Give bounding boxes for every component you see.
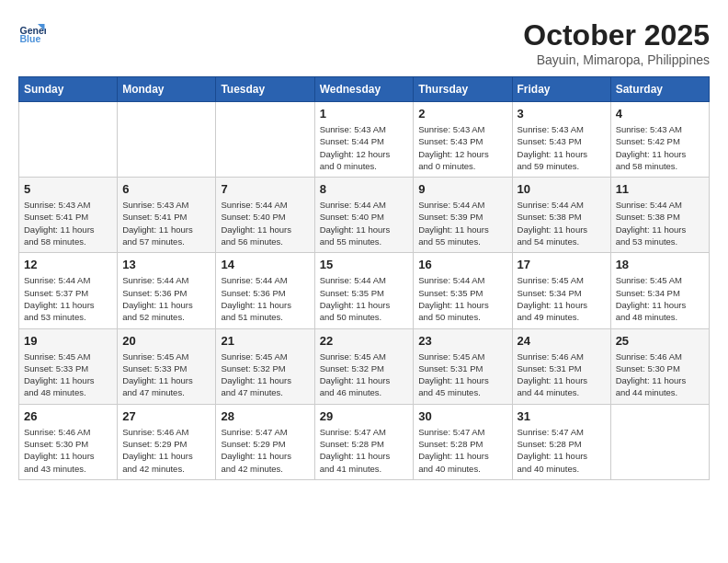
- day-number: 2: [418, 107, 506, 121]
- day-info: Sunrise: 5:45 AM Sunset: 5:34 PM Dayligh…: [518, 274, 606, 323]
- logo: General Blue: [18, 18, 46, 46]
- calendar-cell: 4Sunrise: 5:43 AM Sunset: 5:42 PM Daylig…: [610, 102, 709, 178]
- calendar-table: SundayMondayTuesdayWednesdayThursdayFrid…: [18, 76, 710, 480]
- calendar-cell: 15Sunrise: 5:44 AM Sunset: 5:35 PM Dayli…: [314, 253, 414, 328]
- calendar-cell: 28Sunrise: 5:47 AM Sunset: 5:29 PM Dayli…: [216, 404, 314, 479]
- calendar-cell: 26Sunrise: 5:46 AM Sunset: 5:30 PM Dayli…: [19, 404, 118, 479]
- calendar-cell: 24Sunrise: 5:46 AM Sunset: 5:31 PM Dayli…: [512, 328, 610, 404]
- day-number: 1: [320, 107, 409, 121]
- day-info: Sunrise: 5:43 AM Sunset: 5:43 PM Dayligh…: [418, 123, 506, 172]
- day-number: 24: [518, 334, 606, 348]
- calendar-week-row: 19Sunrise: 5:45 AM Sunset: 5:33 PM Dayli…: [19, 328, 710, 404]
- day-number: 16: [418, 258, 506, 271]
- calendar-cell: 27Sunrise: 5:46 AM Sunset: 5:29 PM Dayli…: [118, 404, 216, 479]
- day-info: Sunrise: 5:47 AM Sunset: 5:28 PM Dayligh…: [320, 426, 409, 475]
- day-info: Sunrise: 5:43 AM Sunset: 5:44 PM Dayligh…: [320, 123, 409, 172]
- day-number: 5: [24, 182, 112, 196]
- calendar-cell: 25Sunrise: 5:46 AM Sunset: 5:30 PM Dayli…: [610, 328, 709, 404]
- day-info: Sunrise: 5:44 AM Sunset: 5:36 PM Dayligh…: [122, 274, 210, 323]
- calendar-cell: 13Sunrise: 5:44 AM Sunset: 5:36 PM Dayli…: [118, 253, 216, 328]
- calendar-cell: 16Sunrise: 5:44 AM Sunset: 5:35 PM Dayli…: [414, 253, 512, 328]
- day-info: Sunrise: 5:46 AM Sunset: 5:29 PM Dayligh…: [122, 426, 210, 475]
- calendar-week-row: 5Sunrise: 5:43 AM Sunset: 5:41 PM Daylig…: [19, 178, 710, 253]
- day-info: Sunrise: 5:44 AM Sunset: 5:40 PM Dayligh…: [221, 199, 309, 247]
- day-number: 27: [122, 409, 210, 423]
- logo-icon: General Blue: [18, 18, 46, 46]
- calendar-cell: 11Sunrise: 5:44 AM Sunset: 5:38 PM Dayli…: [610, 178, 709, 253]
- calendar-cell: [610, 404, 709, 479]
- day-number: 29: [320, 409, 409, 423]
- day-number: 14: [221, 258, 309, 271]
- day-number: 15: [320, 258, 409, 271]
- day-info: Sunrise: 5:45 AM Sunset: 5:33 PM Dayligh…: [122, 350, 210, 399]
- day-info: Sunrise: 5:45 AM Sunset: 5:33 PM Dayligh…: [24, 350, 112, 399]
- calendar-cell: 18Sunrise: 5:45 AM Sunset: 5:34 PM Dayli…: [610, 253, 709, 328]
- weekday-header-tuesday: Tuesday: [216, 77, 314, 102]
- calendar-cell: [118, 102, 216, 178]
- day-number: 3: [518, 107, 606, 121]
- day-number: 11: [616, 182, 704, 196]
- weekday-header-monday: Monday: [118, 77, 216, 102]
- calendar-cell: 3Sunrise: 5:43 AM Sunset: 5:43 PM Daylig…: [512, 102, 610, 178]
- calendar-cell: 7Sunrise: 5:44 AM Sunset: 5:40 PM Daylig…: [216, 178, 314, 253]
- day-info: Sunrise: 5:46 AM Sunset: 5:30 PM Dayligh…: [24, 426, 112, 475]
- calendar-cell: 17Sunrise: 5:45 AM Sunset: 5:34 PM Dayli…: [512, 253, 610, 328]
- day-info: Sunrise: 5:46 AM Sunset: 5:31 PM Dayligh…: [518, 350, 606, 399]
- calendar-cell: 5Sunrise: 5:43 AM Sunset: 5:41 PM Daylig…: [19, 178, 118, 253]
- weekday-header-saturday: Saturday: [610, 77, 709, 102]
- day-info: Sunrise: 5:44 AM Sunset: 5:38 PM Dayligh…: [616, 199, 704, 247]
- calendar-week-row: 26Sunrise: 5:46 AM Sunset: 5:30 PM Dayli…: [19, 404, 710, 479]
- calendar-week-row: 1Sunrise: 5:43 AM Sunset: 5:44 PM Daylig…: [19, 102, 710, 178]
- calendar-cell: 22Sunrise: 5:45 AM Sunset: 5:32 PM Dayli…: [314, 328, 414, 404]
- day-info: Sunrise: 5:44 AM Sunset: 5:39 PM Dayligh…: [418, 199, 506, 247]
- calendar-cell: 21Sunrise: 5:45 AM Sunset: 5:32 PM Dayli…: [216, 328, 314, 404]
- day-info: Sunrise: 5:47 AM Sunset: 5:28 PM Dayligh…: [518, 426, 606, 475]
- calendar-cell: [216, 102, 314, 178]
- day-number: 7: [221, 182, 309, 196]
- day-info: Sunrise: 5:44 AM Sunset: 5:35 PM Dayligh…: [320, 274, 409, 323]
- weekday-header-wednesday: Wednesday: [314, 77, 414, 102]
- day-info: Sunrise: 5:45 AM Sunset: 5:32 PM Dayligh…: [221, 350, 309, 399]
- day-info: Sunrise: 5:44 AM Sunset: 5:38 PM Dayligh…: [518, 199, 606, 247]
- calendar-cell: 8Sunrise: 5:44 AM Sunset: 5:40 PM Daylig…: [314, 178, 414, 253]
- day-info: Sunrise: 5:43 AM Sunset: 5:43 PM Dayligh…: [518, 123, 606, 172]
- day-number: 31: [518, 409, 606, 423]
- day-number: 23: [418, 334, 506, 348]
- calendar-cell: 10Sunrise: 5:44 AM Sunset: 5:38 PM Dayli…: [512, 178, 610, 253]
- svg-text:Blue: Blue: [20, 33, 41, 44]
- calendar-cell: 12Sunrise: 5:44 AM Sunset: 5:37 PM Dayli…: [19, 253, 118, 328]
- location-title: Bayuin, Mimaropa, Philippines: [523, 52, 710, 67]
- calendar-cell: 2Sunrise: 5:43 AM Sunset: 5:43 PM Daylig…: [414, 102, 512, 178]
- day-number: 9: [418, 182, 506, 196]
- day-info: Sunrise: 5:43 AM Sunset: 5:41 PM Dayligh…: [24, 199, 112, 247]
- day-info: Sunrise: 5:45 AM Sunset: 5:34 PM Dayligh…: [616, 274, 704, 323]
- day-number: 30: [418, 409, 506, 423]
- day-info: Sunrise: 5:45 AM Sunset: 5:32 PM Dayligh…: [320, 350, 409, 399]
- day-number: 13: [122, 258, 210, 271]
- day-info: Sunrise: 5:43 AM Sunset: 5:41 PM Dayligh…: [122, 199, 210, 247]
- day-info: Sunrise: 5:45 AM Sunset: 5:31 PM Dayligh…: [418, 350, 506, 399]
- weekday-header-sunday: Sunday: [19, 77, 118, 102]
- calendar-cell: [19, 102, 118, 178]
- day-info: Sunrise: 5:47 AM Sunset: 5:29 PM Dayligh…: [221, 426, 309, 475]
- calendar-cell: 30Sunrise: 5:47 AM Sunset: 5:28 PM Dayli…: [414, 404, 512, 479]
- day-number: 19: [24, 334, 112, 348]
- calendar-cell: 19Sunrise: 5:45 AM Sunset: 5:33 PM Dayli…: [19, 328, 118, 404]
- calendar-header-row: SundayMondayTuesdayWednesdayThursdayFrid…: [19, 77, 710, 102]
- day-number: 12: [24, 258, 112, 271]
- calendar-cell: 29Sunrise: 5:47 AM Sunset: 5:28 PM Dayli…: [314, 404, 414, 479]
- calendar-week-row: 12Sunrise: 5:44 AM Sunset: 5:37 PM Dayli…: [19, 253, 710, 328]
- day-info: Sunrise: 5:46 AM Sunset: 5:30 PM Dayligh…: [616, 350, 704, 399]
- calendar-cell: 14Sunrise: 5:44 AM Sunset: 5:36 PM Dayli…: [216, 253, 314, 328]
- calendar-cell: 6Sunrise: 5:43 AM Sunset: 5:41 PM Daylig…: [118, 178, 216, 253]
- page-header: General Blue October 2025 Bayuin, Mimaro…: [18, 18, 710, 67]
- day-number: 6: [122, 182, 210, 196]
- day-number: 10: [518, 182, 606, 196]
- month-title: October 2025: [523, 18, 710, 52]
- calendar-cell: 1Sunrise: 5:43 AM Sunset: 5:44 PM Daylig…: [314, 102, 414, 178]
- day-number: 28: [221, 409, 309, 423]
- day-info: Sunrise: 5:47 AM Sunset: 5:28 PM Dayligh…: [418, 426, 506, 475]
- day-number: 25: [616, 334, 704, 348]
- day-number: 21: [221, 334, 309, 348]
- calendar-cell: 20Sunrise: 5:45 AM Sunset: 5:33 PM Dayli…: [118, 328, 216, 404]
